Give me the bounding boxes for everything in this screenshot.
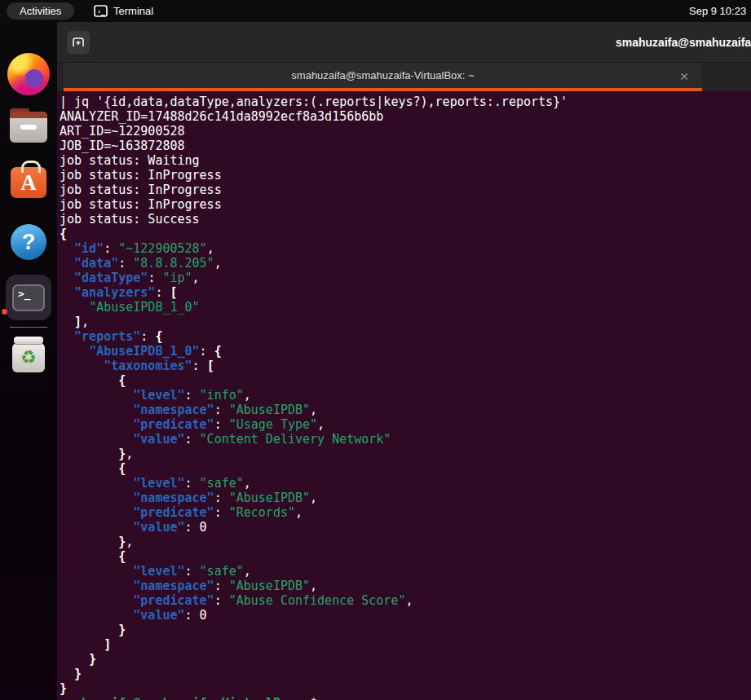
terminal-line: job status: Success [60, 212, 751, 227]
top-bar: Activities ›_ Terminal Sep 9 10:23 [0, 0, 751, 22]
terminal-line: "predicate": "Abuse Confidence Score", [60, 593, 751, 608]
terminal-window: smahuzaifa@smahuzaifa-VirtualBox: ~ smah… [57, 22, 751, 700]
activities-button[interactable]: Activities [7, 2, 74, 20]
dock-item-terminal[interactable]: >_ [0, 275, 57, 320]
terminal-line: "dataType": "ip", [60, 271, 751, 285]
terminal-line: } [60, 623, 751, 637]
terminal-line: "level": "info", [60, 388, 751, 403]
terminal-line: "level": "safe", [60, 476, 751, 491]
dock-item-trash[interactable]: ♻ [0, 335, 57, 372]
terminal-line: "reports": { [60, 329, 751, 344]
focused-app-name: Terminal [113, 5, 153, 17]
terminal-line: "namespace": "AbuseIPDB", [60, 403, 751, 417]
trash-icon: ♻ [12, 343, 45, 372]
terminal-line: "analyzers": [ [60, 285, 751, 300]
terminal-line: "namespace": "AbuseIPDB", [60, 491, 751, 505]
running-indicator-dot [2, 309, 7, 315]
clock[interactable]: Sep 9 10:23 [689, 0, 751, 22]
terminal-line: "data": "8.8.8.205", [60, 256, 751, 271]
tab-active[interactable]: smahuzaifa@smahuzaifa-VirtualBox: ~ ✕ [64, 63, 702, 91]
terminal-viewport[interactable]: | jq '{id,data,dataType,analyzers:(.repo… [57, 91, 751, 700]
terminal-app-icon: ›_ [94, 5, 108, 17]
terminal-line: job status: InProgress [60, 197, 751, 212]
dock-item-help[interactable]: ? [0, 224, 57, 260]
ubuntu-software-icon: A [11, 167, 46, 198]
active-app-highlight: >_ [6, 275, 51, 320]
tab-close-icon[interactable]: ✕ [676, 68, 692, 85]
terminal-line: } [60, 667, 751, 681]
new-tab-icon [72, 36, 85, 49]
terminal-output: | jq '{id,data,dataType,analyzers:(.repo… [57, 91, 751, 700]
terminal-line: "level": "safe", [60, 564, 751, 579]
terminal-icon: >_ [12, 284, 45, 311]
terminal-line: ], [60, 315, 751, 329]
terminal-line: ANALYZER_ID=17488d26c141da8992ecf8a3d156… [60, 109, 751, 124]
terminal-line: "id": "~122900528", [60, 241, 751, 256]
dock-item-files[interactable] [0, 107, 57, 143]
terminal-line: ART_ID=~122900528 [60, 124, 751, 139]
terminal-line: "AbuseIPDB_1_0" [60, 300, 751, 315]
terminal-line: job status: Waiting [60, 153, 751, 168]
files-icon [10, 112, 47, 143]
tab-title: smahuzaifa@smahuzaifa-VirtualBox: ~ [291, 69, 474, 81]
tab-strip: smahuzaifa@smahuzaifa-VirtualBox: ~ ✕ [57, 63, 751, 91]
terminal-line: ] [60, 637, 751, 652]
dock-item-firefox[interactable] [0, 53, 57, 95]
terminal-line: "predicate": "Records", [60, 505, 751, 520]
terminal-line: } [60, 681, 751, 696]
window-title: smahuzaifa@smahuzaifa-VirtualBox: ~ [616, 22, 751, 63]
terminal-line: { [60, 227, 751, 241]
firefox-icon [7, 53, 50, 95]
new-tab-button[interactable] [67, 31, 90, 54]
terminal-line: }, [60, 535, 751, 549]
recycle-glyph: ♻ [20, 349, 37, 367]
dock-separator [10, 327, 47, 328]
terminal-line: | jq '{id,data,dataType,analyzers:(.repo… [60, 95, 751, 109]
terminal-line: "value": "Content Delivery Network" [60, 432, 751, 447]
terminal-line: { [60, 549, 751, 564]
terminal-line: "value": 0 [60, 608, 751, 623]
terminal-line: smahuzaifa@smahuzaifa-VirtualBox:~$ [60, 696, 751, 700]
terminal-line: job status: InProgress [60, 183, 751, 197]
terminal-line: "namespace": "AbuseIPDB", [60, 579, 751, 593]
terminal-line: JOB_ID=~163872808 [60, 139, 751, 153]
dock: A ? >_ ♻ [0, 22, 57, 700]
terminal-line: "value": 0 [60, 520, 751, 535]
terminal-line: { [60, 461, 751, 476]
terminal-line: "taxonomies": [ [60, 359, 751, 373]
help-icon: ? [11, 224, 46, 260]
focused-app-menu[interactable]: ›_ Terminal [94, 0, 153, 22]
dock-item-ubuntu-software[interactable]: A [0, 161, 57, 198]
terminal-line: "AbuseIPDB_1_0": { [60, 344, 751, 359]
svg-text:›_: ›_ [97, 8, 105, 15]
terminal-line: job status: InProgress [60, 168, 751, 183]
headerbar[interactable]: smahuzaifa@smahuzaifa-VirtualBox: ~ [57, 22, 751, 63]
terminal-line: }, [60, 447, 751, 461]
desktop: Activities ›_ Terminal Sep 9 10:23 A ? [0, 0, 751, 700]
terminal-line: "predicate": "Usage Type", [60, 417, 751, 432]
terminal-line: { [60, 373, 751, 388]
terminal-line: } [60, 652, 751, 667]
